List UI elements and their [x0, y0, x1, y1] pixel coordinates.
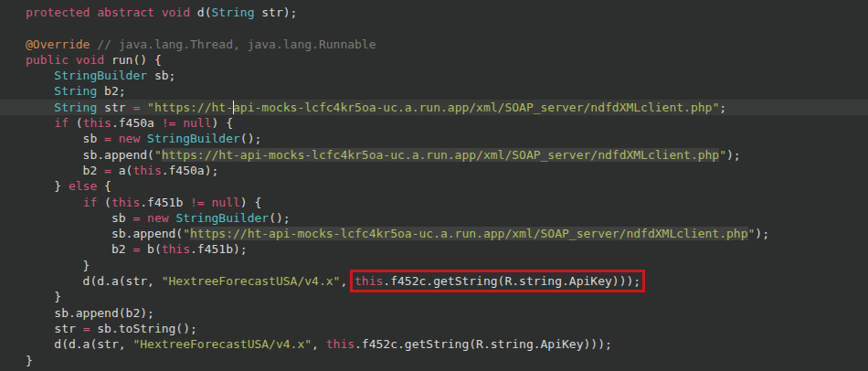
code-token: d(d.a(str,: [26, 337, 132, 351]
code-token: public void: [26, 53, 104, 67]
code-token: [26, 84, 54, 98]
code-token: sb.append(: [26, 148, 154, 162]
code-line: sb = new StringBuilder();: [0, 131, 868, 146]
code-token: @Override: [26, 37, 90, 51]
code-token: =: [104, 132, 111, 145]
code-token: else: [69, 179, 97, 193]
code-line: b2 = a(this.f450a);: [0, 163, 868, 178]
code-token: this: [132, 164, 161, 177]
code-token: api-mocks-lcfc4kr5oa-uc.a.run.app/xml/SO…: [233, 101, 719, 114]
code-token: if: [83, 196, 98, 209]
code-token: d(: [197, 5, 212, 19]
code-editor-viewport[interactable]: protected abstract void d(String str);@O…: [0, 0, 868, 371]
current-code-line: String str = "https://ht-api-mocks-lcfc4…: [0, 100, 868, 115]
code-line: str = sb.toString();: [0, 321, 868, 336]
code-token: [26, 101, 54, 114]
code-token: sb: [26, 132, 104, 145]
code-token: sb.toString();: [90, 322, 196, 335]
code-line: @Override // java.lang.Thread, java.lang…: [0, 37, 868, 52]
code-token: null: [183, 116, 211, 130]
code-token: b2: [26, 164, 104, 177]
code-token: ": [154, 148, 162, 162]
api-key-highlight-box: this.f452c.getString(R.string.ApiKey)));: [355, 274, 640, 288]
code-token: [26, 196, 83, 209]
code-token: ;: [719, 101, 726, 114]
code-token: sb.append(: [26, 227, 183, 240]
code-token: [26, 116, 54, 130]
code-token: null: [212, 196, 240, 209]
code-token: [140, 211, 147, 225]
code-line: protected abstract void d(String str);: [0, 5, 868, 20]
code-token: !=: [190, 196, 205, 209]
code-token: .f452c.getString(R.string.ApiKey)));: [355, 337, 612, 351]
code-token: "https://ht-: [147, 101, 233, 114]
code-token: [140, 132, 147, 145]
code-line: [0, 20, 868, 36]
code-token: .f452c.getString(R.string.ApiKey)));: [383, 274, 640, 288]
code-token: StringBuilder: [147, 132, 240, 145]
code-token: [205, 196, 212, 209]
code-token: protected abstract void: [26, 5, 197, 19]
code-token: String: [212, 5, 255, 19]
code-token: // java.lang.Thread, java.lang.Runnable: [90, 37, 376, 51]
code-line: public void run() {: [0, 52, 868, 68]
code-line: b2 = b(this.f451b);: [0, 241, 868, 257]
code-line: StringBuilder sb;: [0, 68, 868, 83]
code-token: [26, 69, 54, 82]
code-line: sb.append("https://ht-api-mocks-lcfc4kr5…: [0, 226, 868, 241]
code-line: }: [0, 289, 868, 304]
code-token: b2;: [97, 84, 125, 98]
code-token: .f451b);: [190, 242, 248, 256]
code-token: "HextreeForecastUSA/v4.x": [132, 337, 312, 351]
code-token: if: [54, 116, 69, 130]
code-token: StringBuilder: [54, 69, 147, 82]
code-token: }: [26, 354, 33, 367]
code-token: ": [719, 148, 726, 162]
code-token: );: [726, 148, 741, 162]
code-token: new: [119, 132, 140, 145]
code-token: }: [26, 290, 61, 303]
code-token: [140, 101, 147, 114]
code-token: d(d.a(str,: [26, 274, 162, 288]
code-token: sb: [26, 211, 132, 225]
code-token: "HextreeForecastUSA/v4.x": [162, 274, 341, 288]
code-token: b2: [26, 242, 132, 256]
code-line: }: [0, 353, 868, 368]
code-line: sb = new StringBuilder();: [0, 210, 868, 226]
code-token: StringBuilder: [175, 211, 269, 225]
code-token: }: [26, 259, 90, 272]
code-token: =: [104, 164, 111, 177]
code-token: (: [69, 116, 83, 130]
code-token: this: [83, 116, 111, 130]
code-line: if (this.f450a != null) {: [0, 115, 868, 131]
code-token: b(: [140, 242, 161, 256]
code-token: ) {: [212, 116, 233, 130]
code-token: sb.append(b2);: [26, 306, 154, 320]
code-token: [111, 132, 119, 145]
code-token: ,: [312, 337, 326, 351]
code-token: ();: [240, 132, 261, 145]
code-token: String: [54, 84, 97, 98]
code-token: this: [162, 242, 190, 256]
code-token: str: [26, 322, 83, 335]
code-token: a(: [111, 164, 132, 177]
code-token: str: [97, 101, 132, 114]
code-token: this: [355, 274, 383, 288]
code-line: if (this.f451b != null) {: [0, 195, 868, 210]
code-token: https://ht-api-mocks-lcfc4kr5oa-uc.a.run…: [162, 148, 719, 162]
code-token: .f450a);: [162, 164, 219, 177]
code-token: this: [111, 196, 140, 209]
code-line: sb.append(b2);: [0, 305, 868, 321]
code-token: ": [183, 227, 190, 240]
code-token: }: [26, 179, 69, 193]
code-line: d(d.a(str, "HextreeForecastUSA/v4.x", th…: [0, 273, 868, 289]
code-token: !=: [162, 116, 176, 130]
code-token: new: [147, 211, 168, 225]
code-token: .f450a: [111, 116, 162, 130]
code-token: ,: [340, 274, 355, 288]
code-token: String: [54, 101, 97, 114]
code-token: (: [97, 196, 111, 209]
code-token: ) {: [240, 196, 261, 209]
code-line: sb.append("https://ht-api-mocks-lcfc4kr5…: [0, 147, 868, 163]
code-line: } else {: [0, 178, 868, 194]
